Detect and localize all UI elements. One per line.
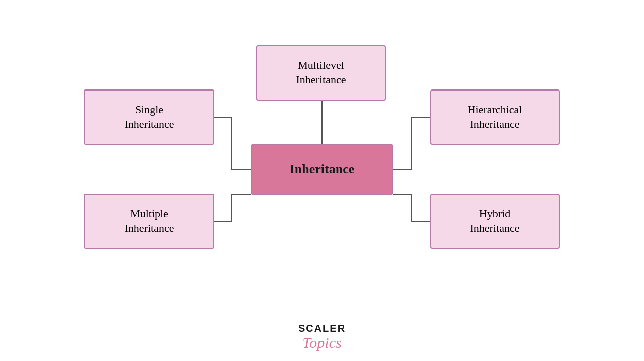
hierarchical-inheritance-box: HierarchicalInheritance <box>430 89 560 145</box>
branding-section: SCALER Topics <box>298 323 346 351</box>
center-inheritance-label: Inheritance <box>290 161 355 178</box>
single-inheritance-label: SingleInheritance <box>125 103 174 131</box>
hybrid-inheritance-label: HybridInheritance <box>470 207 520 235</box>
multilevel-inheritance-label: MultilevelInheritance <box>296 58 346 87</box>
multiple-inheritance-box: MultipleInheritance <box>84 194 214 249</box>
hierarchical-inheritance-label: HierarchicalInheritance <box>468 103 522 131</box>
scaler-brand-text: SCALER <box>298 323 346 334</box>
multilevel-inheritance-box: MultilevelInheritance <box>256 45 386 101</box>
center-inheritance-box: Inheritance <box>251 144 393 195</box>
single-inheritance-box: SingleInheritance <box>84 89 214 145</box>
hybrid-inheritance-box: HybridInheritance <box>430 194 560 249</box>
diagram-container: Inheritance MultilevelInheritance Single… <box>0 0 644 312</box>
multiple-inheritance-label: MultipleInheritance <box>125 207 174 235</box>
topics-brand-text: Topics <box>302 334 341 351</box>
